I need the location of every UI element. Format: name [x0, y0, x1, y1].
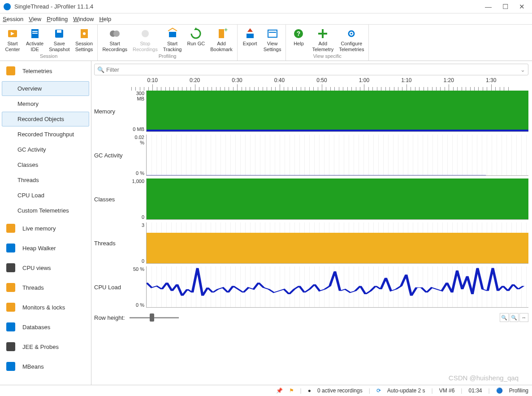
menu-profiling[interactable]: Profiling	[47, 16, 68, 22]
sidebar-item-cpu-load[interactable]: CPU Load	[2, 188, 89, 203]
sidebar-cat-heap-walker[interactable]: Heap Walker	[0, 238, 91, 258]
svg-rect-32	[6, 322, 15, 331]
jee-probes-icon	[4, 340, 17, 353]
chart-label: Memory	[94, 91, 130, 132]
sidebar-item-custom-telemetries[interactable]: Custom Telemetries	[2, 203, 89, 218]
flag-icon[interactable]: ⚑	[289, 387, 294, 394]
menu-session[interactable]: Session	[3, 16, 23, 22]
close-button[interactable]: ✕	[519, 3, 525, 11]
chart-label: CPU Load	[94, 266, 130, 308]
sidebar-cat-label: Threads	[22, 284, 44, 291]
add-bookmark-button[interactable]: +AddBookmark	[208, 27, 235, 52]
fit-width-icon[interactable]: ↔	[519, 313, 528, 322]
zoom-in-icon[interactable]: 🔍	[500, 313, 509, 322]
configure-telemetries-button[interactable]: ConfigureTelemetries	[336, 27, 367, 52]
help-icon: ?	[292, 27, 305, 40]
filter-input[interactable]	[106, 66, 519, 73]
svg-point-25	[350, 33, 352, 35]
menu-view[interactable]: View	[29, 16, 41, 22]
toolbar: StartCenterActivateIDESaveSnapshotSessio…	[0, 24, 532, 61]
sidebar-item-threads[interactable]: Threads	[2, 173, 89, 187]
titlebar: SingleThread - JProfiler 11.1.4 — ☐ ✕	[0, 0, 532, 13]
sidebar-item-overview[interactable]: Overview	[2, 81, 89, 96]
sidebar-cat-threads[interactable]: Threads	[0, 278, 91, 297]
activate-ide-icon	[29, 27, 41, 40]
run-gc-button[interactable]: Run GC	[184, 27, 208, 52]
svg-rect-14	[219, 29, 224, 38]
view-settings-icon	[266, 27, 279, 40]
export-button[interactable]: Export	[239, 27, 261, 58]
svg-rect-19	[269, 32, 276, 33]
sidebar-cat-label: Telemetries	[22, 68, 52, 74]
start-center-button[interactable]: StartCenter	[2, 27, 23, 52]
chart-area[interactable]	[146, 135, 528, 176]
start-tracking-icon	[166, 27, 179, 40]
row-height-slider[interactable]	[130, 317, 179, 318]
sidebar-cat-label: Databases	[22, 324, 50, 331]
start-center-icon	[6, 27, 19, 40]
sidebar-item-recorded-objects[interactable]: Recorded Objects	[2, 112, 89, 126]
start-tracking-button[interactable]: StartTracking	[160, 27, 185, 52]
sidebar: TelemetriesOverviewMemoryRecorded Object…	[0, 61, 91, 385]
menu-help[interactable]: Help	[99, 16, 111, 22]
add-telemetry-button[interactable]: AddTelemetry	[309, 27, 336, 52]
save-snapshot-icon	[53, 27, 65, 40]
svg-rect-30	[6, 283, 15, 292]
save-snapshot-button[interactable]: SaveSnapshot	[46, 27, 72, 52]
chart-memory: Memory300 MB0 MB	[94, 91, 528, 135]
content-area: 🔍 ⌄ 0:100:200:300:400:501:001:101:201:30…	[91, 61, 532, 385]
help-button[interactable]: ?Help	[288, 27, 309, 52]
watermark: CSDN @huisheng_qaq	[449, 374, 519, 382]
refresh-icon[interactable]: ⟳	[376, 387, 381, 394]
session-settings-button[interactable]: SessionSettings	[73, 27, 96, 52]
chart-label: GC Activity	[94, 135, 130, 176]
chart-threads: Threads30	[94, 222, 528, 266]
zoom-out-icon[interactable]: 🔍	[510, 313, 519, 322]
sidebar-cat-monitors-locks[interactable]: Monitors & locks	[0, 297, 91, 317]
view-settings-button[interactable]: ViewSettings	[261, 27, 284, 58]
sidebar-item-classes[interactable]: Classes	[2, 157, 89, 172]
start-recordings-button[interactable]: StartRecordings	[99, 27, 130, 52]
timeline-tick: 0:20	[190, 77, 200, 83]
timeline-tick: 1:00	[359, 77, 369, 83]
activate-ide-button[interactable]: ActivateIDE	[23, 27, 46, 52]
sidebar-cat-jee-probes[interactable]: JEE & Probes	[0, 337, 91, 357]
cpu-views-icon	[4, 261, 17, 274]
menu-window[interactable]: Window	[73, 16, 94, 22]
chart-area[interactable]	[146, 178, 528, 220]
chart-label: Threads	[94, 222, 130, 264]
timeline-ruler: 0:100:200:300:400:501:001:101:201:30	[146, 77, 528, 91]
sidebar-cat-databases[interactable]: Databases	[0, 317, 91, 337]
filter-bar[interactable]: 🔍 ⌄	[94, 64, 528, 75]
maximize-button[interactable]: ☐	[502, 3, 508, 11]
timeline-tick: 1:30	[486, 77, 496, 83]
chart-area[interactable]	[146, 266, 528, 308]
mbeans-icon	[4, 360, 17, 373]
timeline-tick: 0:50	[316, 77, 327, 83]
sidebar-item-recorded-throughput[interactable]: Recorded Throughput	[2, 127, 89, 142]
live-memory-icon	[4, 222, 17, 235]
sidebar-cat-label: CPU views	[22, 265, 51, 271]
svg-rect-6	[57, 30, 61, 33]
heap-walker-icon	[4, 242, 17, 254]
sidebar-item-gc-activity[interactable]: GC Activity	[2, 142, 89, 157]
chart-area[interactable]	[146, 222, 528, 264]
sidebar-cat-mbeans[interactable]: MBeans	[0, 357, 91, 376]
pin-icon[interactable]: 📌	[276, 387, 283, 394]
status-time: 01:34	[468, 387, 482, 394]
configure-telemetries-icon	[345, 27, 358, 40]
sidebar-cat-label: MBeans	[22, 363, 44, 370]
chart-axis: 300 MB0 MB	[130, 91, 146, 132]
chart-axis: 0.02 %0 %	[130, 135, 146, 176]
timeline-tick: 0:40	[274, 77, 285, 83]
row-height-label: Row height:	[94, 314, 125, 321]
chart-area[interactable]	[146, 91, 528, 132]
svg-text:+: +	[224, 27, 228, 33]
minimize-button[interactable]: —	[485, 3, 492, 11]
chevron-down-icon[interactable]: ⌄	[520, 66, 525, 73]
sidebar-cat-live-memory[interactable]: Live memory	[0, 218, 91, 238]
sidebar-cat-cpu-views[interactable]: CPU views	[0, 258, 91, 278]
sidebar-item-memory[interactable]: Memory	[2, 96, 89, 111]
status-state: Profiling	[509, 387, 528, 394]
sidebar-cat-telemetries[interactable]: Telemetries	[0, 61, 91, 81]
